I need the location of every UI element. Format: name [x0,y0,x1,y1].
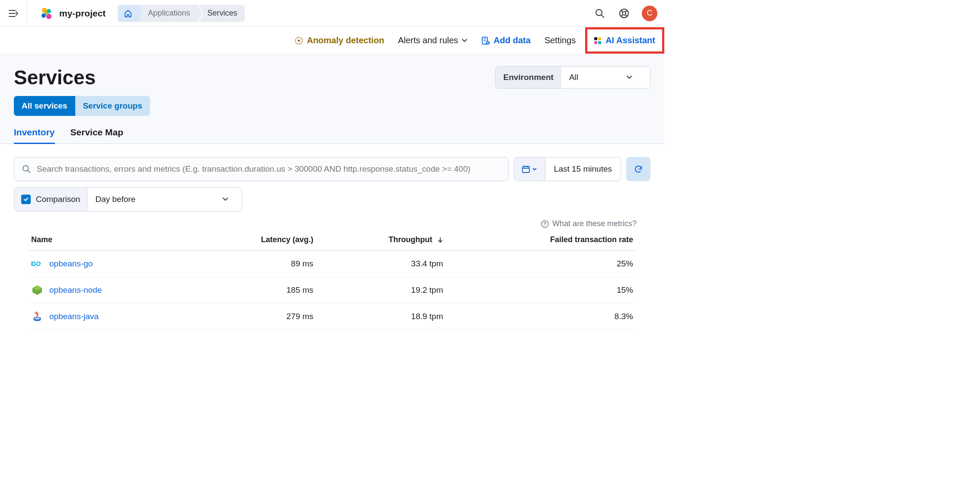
comparison-select[interactable]: Day before [87,188,242,211]
home-icon [124,9,132,18]
svg-rect-15 [598,41,601,44]
service-lang-java-icon [31,310,43,323]
breadcrumb-applications[interactable]: Applications [138,5,198,22]
svg-rect-17 [522,166,529,173]
breadcrumb: Applications Services [118,5,245,22]
svg-point-5 [596,10,602,16]
search-icon [595,9,605,18]
elastic-logo-icon [40,7,53,20]
refresh-button[interactable] [626,157,650,181]
menu-collapse-icon [9,10,18,17]
chevron-down-icon [532,166,537,172]
cell-latency: 185 ms [192,277,317,304]
service-view-tabs: All services Service groups [0,96,664,125]
service-link[interactable]: opbeans-java [49,312,99,321]
svg-point-9 [298,39,300,42]
services-table: Name Latency (avg.) Throughput Failed tr… [14,228,650,330]
user-avatar[interactable]: C [642,6,657,21]
cell-latency: 89 ms [192,251,317,277]
sort-desc-icon [437,237,443,243]
cell-fail-rate: 15% [447,277,637,304]
tab-service-groups[interactable]: Service groups [75,96,150,116]
ai-assistant-icon [593,36,602,45]
environment-value: All [561,73,650,82]
settings-button[interactable]: Settings [538,35,583,45]
chevron-down-icon [222,196,229,203]
cell-throughput: 33.4 tpm [317,251,447,277]
main-content: Services Environment All All services Se… [0,54,664,340]
ai-assistant-highlight: AI Assistant [585,27,664,54]
ai-assistant-button[interactable]: AI Assistant [591,35,658,45]
table-row: GOopbeans-go89 ms33.4 tpm25% [28,251,637,277]
service-lang-node-icon [31,284,43,296]
question-icon [541,220,549,228]
calendar-icon [522,165,530,173]
cell-throughput: 18.9 tpm [317,304,447,330]
cell-latency: 279 ms [192,304,317,330]
environment-selector[interactable]: Environment All [495,66,650,89]
refresh-icon [634,164,643,174]
help-button[interactable] [618,7,631,20]
service-link[interactable]: opbeans-node [49,285,102,295]
environment-label: Environment [496,67,561,88]
col-throughput[interactable]: Throughput [317,228,447,251]
date-range-value: Last 15 minutes [545,157,621,181]
table-row: opbeans-node185 ms19.2 tpm15% [28,277,637,304]
service-lang-go-icon: GO [31,258,43,270]
lifebuoy-icon [619,8,629,19]
project-selector[interactable]: my-project [27,7,113,20]
cell-fail-rate: 8.3% [447,304,637,330]
col-latency[interactable]: Latency (avg.) [192,228,317,251]
alerts-rules-button[interactable]: Alerts and rules [391,35,474,45]
page-toolbar: Anomaly detection Alerts and rules Add d… [0,27,664,54]
metrics-help-link[interactable]: What are these metrics? [14,211,650,228]
tab-service-map[interactable]: Service Map [70,125,124,144]
breadcrumb-services[interactable]: Services [198,5,245,22]
global-search-button[interactable] [593,7,606,20]
svg-rect-13 [598,37,601,40]
project-name: my-project [59,8,106,19]
comparison-control: Comparison Day before [14,187,242,211]
col-failed-rate[interactable]: Failed transaction rate [447,228,637,251]
svg-point-4 [45,12,48,15]
checkbox-checked-icon [21,195,31,204]
search-icon [22,165,31,173]
add-data-icon [481,36,490,45]
tab-inventory[interactable]: Inventory [14,125,55,144]
comparison-toggle[interactable]: Comparison [14,188,87,211]
nav-toggle-button[interactable] [0,0,27,27]
breadcrumb-home[interactable] [118,5,138,22]
table-row: opbeans-java279 ms18.9 tpm8.3% [28,304,637,330]
table-header-row: Name Latency (avg.) Throughput Failed tr… [28,228,637,251]
svg-rect-14 [594,41,597,44]
service-link[interactable]: opbeans-go [49,259,93,269]
chevron-down-icon [626,74,633,81]
cell-fail-rate: 25% [447,251,637,277]
add-data-button[interactable]: Add data [474,35,538,45]
top-header: my-project Applications Services C [0,0,664,27]
date-quick-button[interactable] [514,157,545,181]
section-tabs: Inventory Service Map [0,125,664,144]
anomaly-icon [295,36,303,45]
page-title: Services [14,66,96,89]
col-name[interactable]: Name [28,228,192,251]
svg-point-16 [23,166,29,171]
svg-rect-12 [594,37,597,40]
search-input[interactable] [37,164,500,174]
cell-throughput: 19.2 tpm [317,277,447,304]
tab-all-services[interactable]: All services [14,96,75,116]
chevron-down-icon [461,38,468,44]
search-input-wrapper[interactable] [14,157,509,181]
date-range-picker[interactable]: Last 15 minutes [514,157,621,181]
anomaly-detection-button[interactable]: Anomaly detection [288,35,391,45]
svg-point-7 [622,12,626,15]
